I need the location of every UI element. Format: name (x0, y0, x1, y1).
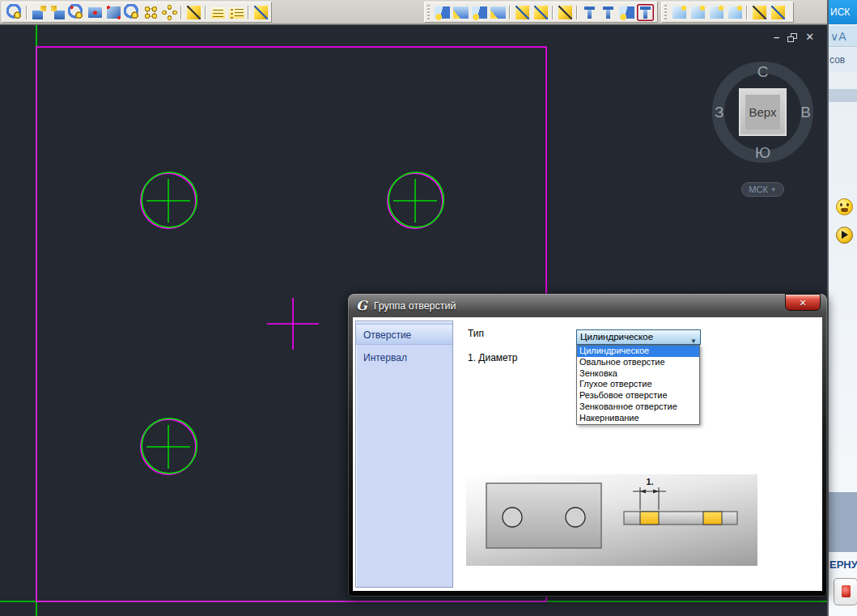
move-object-icon[interactable] (31, 4, 48, 21)
application-window: – ✕ С В Ю З Верх МСК ▼ G Группа отверсти… (0, 0, 857, 616)
center-mark-box-icon[interactable] (87, 4, 104, 21)
toolbar-separator (745, 4, 749, 21)
right-side-panel: ИСК ∨А сов ЕРНУ (827, 0, 857, 616)
minimize-button[interactable]: – (774, 32, 779, 42)
top-toolbar-strip (0, 0, 827, 24)
toolbar-grip[interactable] (664, 4, 668, 20)
stiffener-icon[interactable] (618, 4, 635, 21)
panel-preview-block (829, 492, 857, 552)
unfold-view-icon[interactable] (514, 4, 531, 21)
weld-fill-icon[interactable] (557, 4, 574, 21)
dimension-arrow (653, 490, 659, 494)
view-cube-west[interactable]: З (715, 104, 723, 121)
view-cube-south[interactable]: Ю (755, 144, 770, 162)
dropdown-option[interactable]: Глухое отверстие (577, 379, 699, 390)
dialog-page-item[interactable]: Отверстие (356, 324, 452, 345)
dropdown-option[interactable]: Зенкованное отверстие (577, 401, 699, 413)
chevron-down-icon: ▼ (770, 186, 777, 193)
circular-copy-icon[interactable] (124, 4, 141, 21)
preview-hole-1 (503, 508, 522, 527)
view-cube-top-label: Верх (745, 95, 780, 130)
app-logo-icon: G (356, 298, 367, 313)
toolbar-separator (247, 4, 251, 21)
unfold-edit-icon[interactable] (532, 4, 549, 21)
view-cube-north[interactable]: С (757, 63, 769, 81)
hole-type-combobox[interactable]: Цилиндрическое ▼ (576, 329, 701, 345)
dialog-title-bar[interactable]: G Группа отверстий (348, 294, 827, 317)
sheet-bend-icon[interactable] (434, 4, 451, 21)
face-fillet-2-icon[interactable] (689, 4, 706, 21)
restore-button[interactable] (787, 33, 797, 42)
dialog-page-list: ОтверстиеИнтервал (355, 321, 453, 588)
point-array-icon[interactable] (142, 4, 159, 21)
dropdown-option[interactable]: Овальное отверстие (577, 357, 699, 368)
quick-edit-icon[interactable] (252, 4, 269, 21)
hole-preview-panel: 1. (466, 474, 757, 566)
toolbar-separator (204, 4, 208, 21)
dropdown-option[interactable]: Резьбовое отверстие (577, 390, 699, 401)
profile-t-icon[interactable] (581, 4, 598, 21)
hole-type-value: Цилиндрическое (580, 332, 653, 342)
sheet-corner-icon[interactable] (471, 4, 488, 21)
panel-search-header[interactable]: ИСК (829, 0, 857, 24)
dropdown-option[interactable]: Зенковка (577, 368, 699, 380)
specification-list-icon[interactable] (228, 4, 245, 21)
dropdown-option[interactable]: Цилиндрическое (577, 346, 699, 357)
dimension-arrow (640, 490, 646, 494)
toolbar-sheet-metal (424, 2, 658, 23)
orbit-rotate-icon[interactable] (6, 4, 23, 21)
profile-arrow-icon[interactable] (600, 4, 617, 21)
view-cube[interactable]: С В Ю З Верх (712, 62, 813, 163)
circular-array-icon[interactable] (161, 4, 178, 21)
face-fillet-3-icon[interactable] (708, 4, 725, 21)
cover-cap-icon[interactable] (770, 4, 787, 21)
box-3d-icon[interactable] (105, 4, 122, 21)
dialog-content: Тип 1. Диаметр Цилиндрическое ▼ Цилиндри… (454, 317, 822, 591)
coordinate-system-button[interactable]: МСК ▼ (741, 182, 784, 197)
red-tool-icon (842, 585, 851, 597)
toolbar-grip[interactable] (426, 4, 431, 20)
face-fillet-4-icon[interactable] (727, 4, 744, 21)
face-fillet-1-icon[interactable] (671, 4, 688, 21)
document-window-controls: – ✕ (774, 32, 814, 42)
dimension-value: 1. (646, 477, 653, 486)
smiley-eye (846, 203, 849, 206)
close-document-button[interactable]: ✕ (805, 32, 814, 42)
sheet-flange-icon[interactable] (490, 4, 507, 21)
dialog-page-item[interactable]: Интервал (356, 347, 452, 368)
toolbar-separator (551, 4, 555, 21)
panel-row-label: сов (829, 48, 857, 72)
toolbar-separator (180, 4, 184, 21)
cover-raise-icon[interactable] (751, 4, 768, 21)
panel-divider-band (829, 89, 857, 102)
toolbar-surfaces (661, 2, 794, 23)
sheet-bend-graph-icon[interactable] (452, 4, 469, 21)
table-icon[interactable] (210, 4, 227, 21)
dropdown-option[interactable]: Накернивание (577, 413, 699, 424)
rotate-object-icon[interactable] (68, 4, 85, 21)
preview-section-hole-2 (703, 512, 722, 525)
toolbar-separator (25, 4, 29, 21)
extrude-icon[interactable] (185, 4, 202, 21)
panel-font-row[interactable]: ∨А (829, 26, 857, 47)
hole-type-dropdown-list: ЦилиндрическоеОвальное отверстиеЗенковка… (576, 345, 700, 425)
dialog-title: Группа отверстий (374, 300, 456, 312)
preview-section-hole-1 (640, 512, 659, 525)
go-arrow-icon[interactable] (836, 227, 853, 244)
hole-preview-illustration: 1. (466, 474, 757, 566)
stiffener-boxed-icon[interactable] (637, 4, 654, 21)
type-label: Тип (468, 328, 484, 339)
panel-return-label[interactable]: ЕРНУ (829, 559, 857, 571)
copy-object-icon[interactable] (49, 4, 66, 21)
smiley-face-icon[interactable] (836, 198, 853, 215)
preview-hole-2 (566, 508, 585, 527)
hole-group-dialog: G Группа отверстий ✕ ОтверстиеИнтервал Т… (348, 294, 827, 597)
dialog-close-button[interactable]: ✕ (785, 294, 821, 311)
view-cube-east[interactable]: В (800, 104, 811, 121)
dialog-client-area: ОтверстиеИнтервал Тип 1. Диаметр Цилиндр… (353, 317, 822, 591)
smiley-mouth (841, 208, 848, 212)
panel-partial-button[interactable] (834, 578, 857, 605)
toolbar-edit-3d (2, 2, 272, 23)
smiley-eye (840, 203, 842, 206)
view-cube-top-face[interactable]: Верх (739, 88, 787, 136)
